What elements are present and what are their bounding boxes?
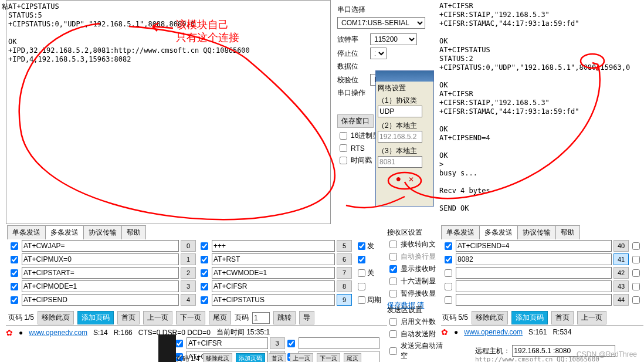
record-icon[interactable]: ●: [395, 174, 401, 184]
send-row-input[interactable]: [22, 240, 179, 252]
tab-multi-send-r[interactable]: 多条发送: [479, 225, 518, 239]
extra-checkbox[interactable]: [358, 283, 365, 290]
send-row-checkbox-r[interactable]: [445, 256, 452, 263]
send-row-checkbox[interactable]: [11, 296, 18, 304]
jump-button[interactable]: 跳转: [273, 311, 296, 324]
send-row-input[interactable]: [212, 240, 335, 252]
hex-recv-checkbox[interactable]: [389, 278, 397, 285]
add-page-button-r[interactable]: 添加页码: [511, 311, 548, 324]
send-row-num[interactable]: 5: [337, 240, 352, 252]
next-page-button[interactable]: 下一页: [176, 311, 205, 324]
extra-checkbox[interactable]: [358, 256, 365, 263]
send-row-input[interactable]: [212, 280, 335, 292]
gear-icon[interactable]: ✿: [6, 328, 13, 337]
send-row-input[interactable]: [22, 267, 179, 279]
net-dialog-titlebar[interactable]: [376, 71, 433, 82]
send-row-checkbox[interactable]: [201, 256, 208, 263]
timestamp-checkbox[interactable]: [340, 157, 347, 164]
pause-recv-checkbox[interactable]: [389, 290, 397, 297]
send-row-input[interactable]: [22, 294, 179, 306]
send-row-input-r[interactable]: [456, 253, 612, 265]
first-page-button[interactable]: 首页: [117, 311, 140, 324]
proto-input[interactable]: [378, 106, 422, 117]
send-row-input[interactable]: [212, 267, 335, 279]
tab-protocol[interactable]: 协议传输: [83, 225, 122, 239]
send-row-input-r[interactable]: [456, 267, 612, 279]
send-row-checkbox[interactable]: [11, 283, 18, 290]
send-row-checkbox[interactable]: [11, 242, 18, 250]
extra-checkbox[interactable]: [358, 296, 365, 304]
last-page-button[interactable]: 尾页: [209, 311, 231, 324]
send-row-checkbox[interactable]: [11, 269, 18, 277]
send-row-input[interactable]: [212, 253, 335, 265]
clear-after-send-checkbox[interactable]: [389, 347, 397, 355]
send-row-num-r[interactable]: 40: [614, 240, 629, 252]
url-link-r[interactable]: www.openedv.com: [464, 328, 523, 336]
gear-icon-r[interactable]: ✿: [441, 327, 448, 337]
page-num-input[interactable]: [252, 312, 270, 324]
send-row-checkbox[interactable]: [201, 269, 208, 277]
show-recv-time-checkbox[interactable]: [389, 265, 397, 273]
prev-page-button-r[interactable]: 上一页: [577, 311, 606, 324]
close-icon[interactable]: ✕: [408, 175, 414, 184]
add-page-button[interactable]: 添加页码: [77, 311, 114, 324]
back-row-num-3[interactable]: 3: [270, 337, 285, 349]
send-row-num[interactable]: 6: [337, 253, 352, 265]
save-window-button[interactable]: 保存窗口: [337, 114, 374, 128]
send-row-input[interactable]: [22, 253, 179, 265]
send-row-checkbox[interactable]: [201, 296, 208, 304]
hex-display-checkbox[interactable]: [340, 132, 347, 140]
prev-page-button[interactable]: 上一页: [143, 311, 172, 324]
send-row-input-r[interactable]: [456, 280, 612, 292]
tab-protocol-r[interactable]: 协议传输: [517, 225, 556, 239]
send-row-tail-checkbox[interactable]: [632, 296, 640, 304]
auto-send-append-checkbox[interactable]: [389, 330, 397, 338]
send-row-input-r[interactable]: [456, 294, 612, 306]
send-row-input[interactable]: [22, 280, 179, 292]
remove-page-button[interactable]: 移除此页: [38, 311, 74, 324]
send-row-num-r[interactable]: 41: [614, 253, 629, 265]
extra-checkbox[interactable]: [358, 269, 365, 277]
tab-multi-send[interactable]: 多条发送: [45, 225, 84, 239]
send-row-num-r[interactable]: 42: [614, 267, 629, 279]
send-row-num[interactable]: 4: [181, 294, 196, 306]
recv-redirect-checkbox[interactable]: [389, 241, 397, 248]
send-row-checkbox-r[interactable]: [445, 296, 452, 304]
back-row-chk[interactable]: [175, 340, 183, 347]
tab-single-send-r[interactable]: 单条发送: [441, 225, 480, 239]
send-row-num[interactable]: 9: [337, 294, 352, 306]
send-row-checkbox[interactable]: [11, 256, 18, 263]
send-row-num[interactable]: 7: [337, 267, 352, 279]
export-button[interactable]: 导: [299, 311, 314, 324]
remove-page-button-r[interactable]: 移除此页: [472, 311, 508, 324]
tab-help[interactable]: 帮助: [121, 225, 146, 239]
send-row-num-r[interactable]: 44: [614, 294, 629, 306]
baud-select[interactable]: 115200: [370, 33, 417, 45]
send-row-checkbox-r[interactable]: [445, 269, 452, 277]
stop-select[interactable]: 1: [370, 48, 387, 59]
send-row-input-r[interactable]: [456, 240, 612, 252]
tab-single-send[interactable]: 单条发送: [7, 225, 46, 239]
first-page-button-r[interactable]: 首页: [551, 311, 574, 324]
url-link[interactable]: www.openedv.com: [29, 329, 87, 337]
extra-checkbox[interactable]: [358, 242, 365, 250]
send-row-num-r[interactable]: 43: [614, 280, 629, 292]
auto-wrap-checkbox[interactable]: [389, 253, 397, 260]
send-row-tail-checkbox[interactable]: [632, 242, 640, 250]
send-row-num[interactable]: 1: [181, 253, 196, 265]
rts-checkbox[interactable]: [340, 144, 347, 152]
send-row-num[interactable]: 2: [181, 267, 196, 279]
send-row-tail-checkbox[interactable]: [632, 269, 640, 277]
send-row-num[interactable]: 0: [181, 240, 196, 252]
enable-file-checkbox[interactable]: [389, 318, 397, 326]
send-row-checkbox[interactable]: [201, 242, 208, 250]
send-row-input[interactable]: [212, 294, 335, 306]
send-row-tail-checkbox[interactable]: [632, 256, 640, 263]
send-row-num[interactable]: 8: [337, 280, 352, 292]
tab-help-r[interactable]: 帮助: [555, 225, 580, 239]
send-row-checkbox-r[interactable]: [445, 283, 452, 290]
back-row-input-3[interactable]: [187, 337, 268, 349]
send-row-checkbox[interactable]: [201, 283, 208, 290]
send-row-tail-checkbox[interactable]: [632, 283, 640, 290]
serial-port-select[interactable]: COM17:USB-SERIAL: [337, 17, 425, 29]
